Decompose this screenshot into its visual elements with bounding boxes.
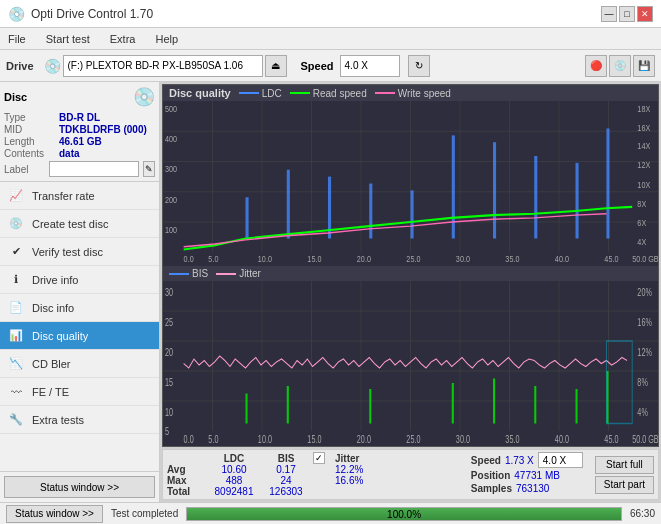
start-buttons: Start full Start part: [595, 452, 654, 497]
svg-text:4%: 4%: [637, 407, 647, 419]
svg-text:12%: 12%: [637, 347, 651, 359]
window-controls: — □ ✕: [601, 6, 653, 22]
app-icon: 💿: [8, 6, 25, 22]
chart2-header: BIS Jitter: [163, 266, 658, 281]
avg-label: Avg: [167, 464, 207, 475]
contents-label: Contents: [4, 148, 59, 159]
svg-text:45.0: 45.0: [604, 434, 618, 446]
create-test-disc-icon: 💿: [8, 216, 24, 232]
samples-row: Samples 763130: [471, 483, 591, 494]
jitter-checkbox[interactable]: ✓: [313, 452, 325, 464]
svg-text:25.0: 25.0: [406, 434, 420, 446]
main-layout: Disc 💿 Type BD-R DL MID TDKBLDRFB (000) …: [0, 82, 661, 502]
disc-length-row: Length 46.61 GB: [4, 136, 155, 147]
create-test-disc-label: Create test disc: [32, 218, 108, 230]
disc-header: Disc 💿: [4, 86, 155, 108]
start-full-button[interactable]: Start full: [595, 456, 654, 474]
svg-text:10X: 10X: [637, 179, 650, 190]
svg-text:400: 400: [165, 133, 177, 144]
jitter-color: [216, 273, 236, 275]
avg-jitter: 12.2%: [335, 464, 395, 475]
menu-starttest[interactable]: Start test: [42, 31, 94, 47]
mid-value: TDKBLDRFB (000): [59, 124, 147, 135]
bis-col-header: BIS: [261, 453, 311, 464]
disc-contents-row: Contents data: [4, 148, 155, 159]
max-ldc: 488: [209, 475, 259, 486]
sidebar-item-verify-test-disc[interactable]: ✔ Verify test disc: [0, 238, 159, 266]
titlebar-left: 💿 Opti Drive Control 1.70: [8, 6, 153, 22]
svg-text:5.0: 5.0: [208, 434, 218, 446]
svg-text:20%: 20%: [637, 287, 651, 299]
sidebar-item-disc-info[interactable]: 📄 Disc info: [0, 294, 159, 322]
speed-label: Speed: [301, 60, 334, 72]
top-chart-svg: 500 400 300 200 100 18X 16X 14X 12X 10X …: [163, 101, 658, 266]
menu-file[interactable]: File: [4, 31, 30, 47]
svg-text:15.0: 15.0: [307, 253, 321, 264]
svg-text:10: 10: [165, 407, 173, 419]
svg-text:100: 100: [165, 224, 177, 235]
menu-extra[interactable]: Extra: [106, 31, 140, 47]
total-ldc: 8092481: [209, 486, 259, 497]
drive-eject-button[interactable]: ⏏: [265, 55, 287, 77]
status-window-bottom-button[interactable]: Status window >>: [6, 505, 103, 523]
status-window-button[interactable]: Status window >>: [4, 476, 155, 498]
close-button[interactable]: ✕: [637, 6, 653, 22]
sidebar-item-cd-bler[interactable]: 📉 CD Bler: [0, 350, 159, 378]
label-input[interactable]: [49, 161, 139, 177]
disc-info-label: Disc info: [32, 302, 74, 314]
svg-text:300: 300: [165, 163, 177, 174]
drivebar: Drive 💿 (F:) PLEXTOR BD-R PX-LB950SA 1.0…: [0, 50, 661, 82]
drive-label: Drive: [6, 60, 34, 72]
jitter-col-header: Jitter: [335, 453, 395, 464]
svg-text:8%: 8%: [637, 377, 647, 389]
svg-text:50.0 GB: 50.0 GB: [632, 434, 658, 446]
sidebar-item-disc-quality[interactable]: 📊 Disc quality: [0, 322, 159, 350]
disc-label-row: Label ✎: [4, 161, 155, 177]
svg-rect-89: [534, 386, 536, 424]
start-part-button[interactable]: Start part: [595, 476, 654, 494]
sidebar-item-drive-info[interactable]: ℹ Drive info: [0, 266, 159, 294]
sidebar-item-extra-tests[interactable]: 🔧 Extra tests: [0, 406, 159, 434]
svg-text:5: 5: [165, 426, 169, 438]
svg-text:20.0: 20.0: [357, 434, 371, 446]
save-button[interactable]: 💾: [633, 55, 655, 77]
svg-rect-39: [287, 170, 290, 239]
speed-row: Speed 1.73 X 4.0 X: [471, 452, 591, 468]
svg-text:35.0: 35.0: [505, 434, 519, 446]
verify-test-disc-icon: ✔: [8, 244, 24, 260]
cd-bler-icon: 📉: [8, 356, 24, 372]
stats-total-row: Total 8092481 126303: [167, 486, 467, 497]
svg-text:35.0: 35.0: [505, 253, 519, 264]
disc-section: Disc 💿 Type BD-R DL MID TDKBLDRFB (000) …: [0, 82, 159, 182]
max-empty: [313, 475, 333, 486]
sidebar-item-fe-te[interactable]: 〰 FE / TE: [0, 378, 159, 406]
speed-stat-select[interactable]: 4.0 X: [538, 452, 583, 468]
samples-label: Samples: [471, 483, 512, 494]
sidebar-menu: 📈 Transfer rate 💿 Create test disc ✔ Ver…: [0, 182, 159, 471]
menubar: File Start test Extra Help: [0, 28, 661, 50]
maximize-button[interactable]: □: [619, 6, 635, 22]
drive-select[interactable]: (F:) PLEXTOR BD-R PX-LB950SA 1.06: [63, 55, 263, 77]
disc-button[interactable]: 💿: [609, 55, 631, 77]
titlebar: 💿 Opti Drive Control 1.70 — □ ✕: [0, 0, 661, 28]
sidebar-item-transfer-rate[interactable]: 📈 Transfer rate: [0, 182, 159, 210]
svg-text:25.0: 25.0: [406, 253, 420, 264]
burn-button[interactable]: 🔴: [585, 55, 607, 77]
speed-stat-value: 1.73 X: [505, 455, 534, 466]
position-label: Position: [471, 470, 510, 481]
writespeed-label: Write speed: [398, 88, 451, 99]
max-bis: 24: [261, 475, 311, 486]
svg-rect-46: [576, 163, 579, 239]
refresh-button[interactable]: ↻: [408, 55, 430, 77]
stats-header-row: LDC BIS ✓ Jitter: [167, 452, 467, 464]
type-label: Type: [4, 112, 59, 123]
samples-value: 763130: [516, 483, 549, 494]
menu-help[interactable]: Help: [151, 31, 182, 47]
minimize-button[interactable]: —: [601, 6, 617, 22]
speed-select[interactable]: 4.0 X: [340, 55, 400, 77]
sidebar-item-create-test-disc[interactable]: 💿 Create test disc: [0, 210, 159, 238]
total-jitter-empty: [335, 486, 395, 497]
ldc-col-header: LDC: [209, 453, 259, 464]
jitter-label: Jitter: [239, 268, 261, 279]
label-edit-button[interactable]: ✎: [143, 161, 155, 177]
